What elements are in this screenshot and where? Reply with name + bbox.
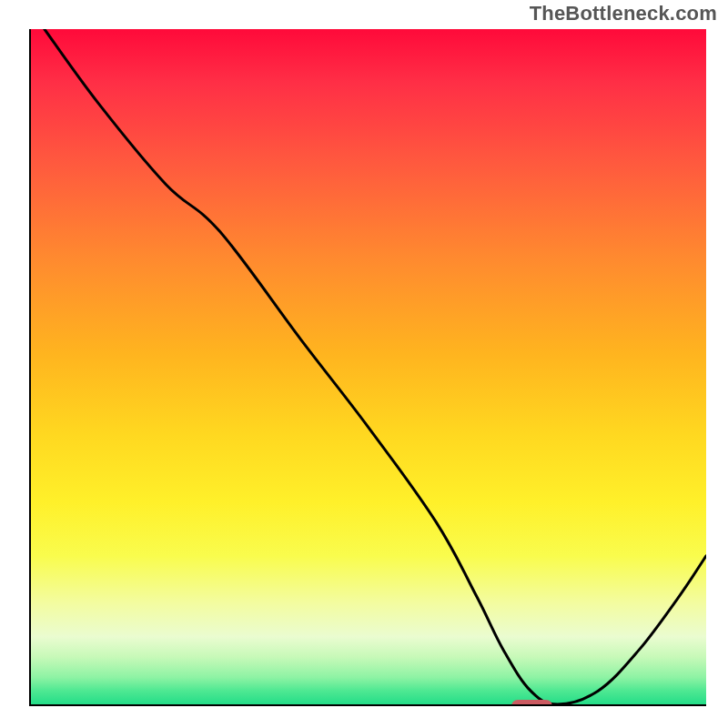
plot-area: [29, 29, 706, 706]
chart-container: TheBottleneck.com: [0, 0, 728, 728]
attribution-label: TheBottleneck.com: [530, 2, 717, 25]
heat-gradient: [31, 29, 706, 704]
optimal-marker: [511, 700, 552, 706]
